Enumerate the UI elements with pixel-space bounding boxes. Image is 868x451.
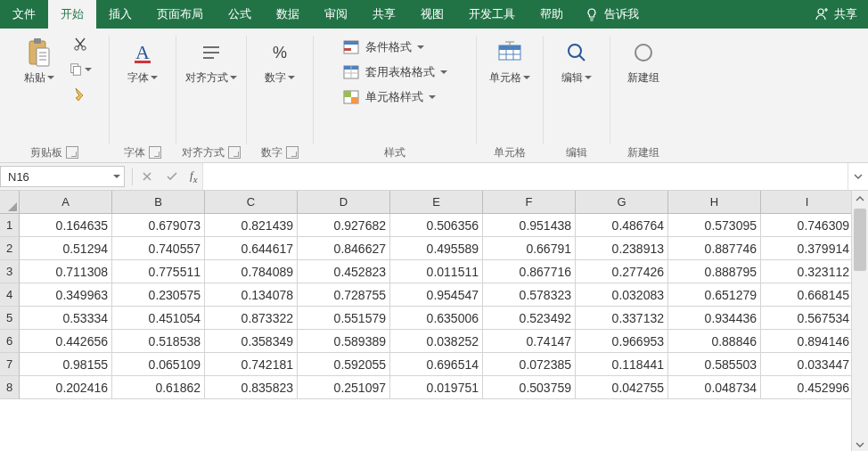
row-header[interactable]: 3 — [0, 260, 20, 283]
cell[interactable]: 0.88846 — [668, 330, 761, 353]
cell[interactable]: 0.523492 — [483, 307, 576, 330]
cell[interactable]: 0.589389 — [298, 330, 390, 353]
cell[interactable]: 0.048734 — [668, 376, 761, 399]
accept-formula-button[interactable] — [160, 163, 184, 190]
cell[interactable]: 0.442656 — [20, 330, 112, 353]
format-as-table-button[interactable]: 套用表格格式 — [339, 62, 451, 82]
cell[interactable]: 0.032083 — [576, 283, 668, 307]
tab-view[interactable]: 视图 — [408, 0, 456, 29]
cell[interactable]: 0.118441 — [576, 353, 668, 376]
format-painter-button[interactable] — [69, 84, 92, 105]
cell[interactable]: 0.53334 — [20, 307, 112, 330]
tab-formulas[interactable]: 公式 — [216, 0, 264, 29]
cell[interactable]: 0.873322 — [205, 307, 298, 330]
row-header[interactable]: 7 — [0, 353, 20, 376]
cell[interactable]: 0.202416 — [20, 376, 112, 399]
tell-me[interactable]: 告诉我 — [576, 6, 648, 22]
cell[interactable]: 0.846627 — [298, 237, 390, 260]
cell[interactable]: 0.51294 — [20, 237, 112, 260]
column-header[interactable]: I — [761, 191, 854, 214]
cell[interactable]: 0.164635 — [20, 214, 112, 237]
row-header[interactable]: 6 — [0, 330, 20, 353]
cell[interactable]: 0.358349 — [205, 330, 298, 353]
cell[interactable]: 0.573095 — [668, 214, 761, 237]
cell[interactable]: 0.038252 — [390, 330, 483, 353]
formula-input[interactable] — [202, 163, 848, 190]
name-box-input[interactable] — [6, 169, 81, 184]
cell[interactable]: 0.251097 — [298, 376, 390, 399]
cell[interactable]: 0.887746 — [668, 237, 761, 260]
column-header[interactable]: D — [298, 191, 390, 214]
cell[interactable]: 0.518538 — [112, 330, 205, 353]
share-button[interactable]: 共享 — [804, 6, 868, 22]
cell[interactable]: 0.668145 — [761, 283, 854, 307]
tab-developer[interactable]: 开发工具 — [456, 0, 528, 29]
vertical-scrollbar[interactable] — [851, 191, 868, 451]
cell[interactable]: 0.746309 — [761, 214, 854, 237]
cell[interactable]: 0.238913 — [576, 237, 668, 260]
font-dialog-launcher[interactable] — [149, 146, 161, 159]
cell[interactable]: 0.951438 — [483, 214, 576, 237]
tab-page-layout[interactable]: 页面布局 — [144, 0, 216, 29]
name-box[interactable] — [0, 166, 125, 187]
select-all-corner[interactable] — [0, 191, 20, 214]
cell[interactable]: 0.379914 — [761, 237, 854, 260]
cell[interactable]: 0.578323 — [483, 283, 576, 307]
tab-insert[interactable]: 插入 — [96, 0, 144, 29]
cell[interactable]: 0.651279 — [668, 283, 761, 307]
cell-styles-button[interactable]: 单元格样式 — [339, 87, 451, 107]
cell[interactable]: 0.452996 — [761, 376, 854, 399]
column-header[interactable]: G — [576, 191, 668, 214]
cell[interactable]: 0.349963 — [20, 283, 112, 307]
cell[interactable]: 0.74147 — [483, 330, 576, 353]
row-header[interactable]: 2 — [0, 237, 20, 260]
cell[interactable]: 0.042755 — [576, 376, 668, 399]
cell[interactable]: 0.323112 — [761, 260, 854, 283]
number-button[interactable]: % 数字 — [252, 34, 307, 87]
row-header[interactable]: 4 — [0, 283, 20, 307]
cell[interactable]: 0.644617 — [205, 237, 298, 260]
chevron-down-icon[interactable] — [113, 175, 120, 178]
cell[interactable]: 0.888795 — [668, 260, 761, 283]
cell[interactable]: 0.503759 — [483, 376, 576, 399]
cancel-formula-button[interactable] — [135, 163, 160, 190]
paste-button[interactable]: 粘贴 — [17, 34, 61, 87]
cell[interactable]: 0.277426 — [576, 260, 668, 283]
scroll-up-button[interactable] — [852, 191, 868, 207]
cell[interactable]: 0.934436 — [668, 307, 761, 330]
row-header[interactable]: 1 — [0, 214, 20, 237]
tab-data[interactable]: 数据 — [264, 0, 312, 29]
tab-help[interactable]: 帮助 — [528, 0, 576, 29]
column-header[interactable]: A — [20, 191, 112, 214]
tab-file[interactable]: 文件 — [0, 0, 48, 29]
cell[interactable]: 0.66791 — [483, 237, 576, 260]
cell[interactable]: 0.635006 — [390, 307, 483, 330]
cell[interactable]: 0.835823 — [205, 376, 298, 399]
cell[interactable]: 0.696514 — [390, 353, 483, 376]
tab-home[interactable]: 开始 — [48, 0, 96, 29]
row-header[interactable]: 5 — [0, 307, 20, 330]
cell[interactable]: 0.728755 — [298, 283, 390, 307]
cell[interactable]: 0.337132 — [576, 307, 668, 330]
cell[interactable]: 0.821439 — [205, 214, 298, 237]
tab-share[interactable]: 共享 — [360, 0, 408, 29]
column-header[interactable]: E — [390, 191, 483, 214]
cell[interactable]: 0.551579 — [298, 307, 390, 330]
cell[interactable]: 0.966953 — [576, 330, 668, 353]
cell[interactable]: 0.451054 — [112, 307, 205, 330]
cell[interactable]: 0.567534 — [761, 307, 854, 330]
scrollbar-thumb[interactable] — [854, 209, 866, 271]
tab-review[interactable]: 审阅 — [312, 0, 360, 29]
column-header[interactable]: F — [483, 191, 576, 214]
clipboard-dialog-launcher[interactable] — [66, 146, 78, 159]
cell[interactable]: 0.230575 — [112, 283, 205, 307]
column-header[interactable]: C — [205, 191, 298, 214]
cell[interactable]: 0.927682 — [298, 214, 390, 237]
column-header[interactable]: B — [112, 191, 205, 214]
cell[interactable]: 0.775511 — [112, 260, 205, 283]
insert-function-button[interactable]: fx — [184, 168, 202, 184]
number-dialog-launcher[interactable] — [286, 146, 299, 159]
cell[interactable]: 0.592055 — [298, 353, 390, 376]
cell[interactable]: 0.894146 — [761, 330, 854, 353]
cell[interactable]: 0.954547 — [390, 283, 483, 307]
